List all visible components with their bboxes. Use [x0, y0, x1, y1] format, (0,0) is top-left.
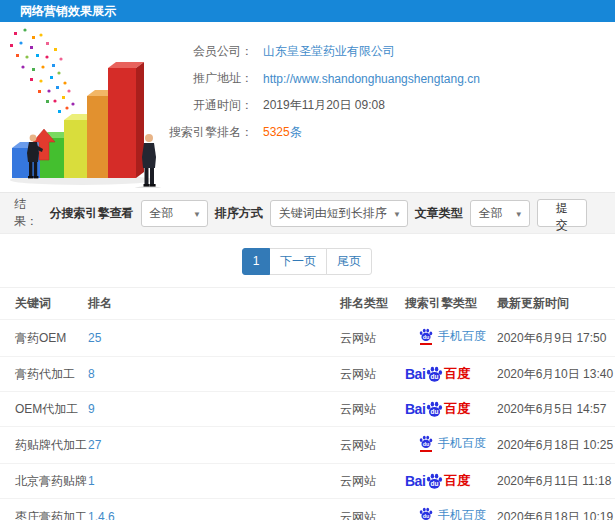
baidu-paw-icon: du: [426, 366, 443, 383]
col-rank-type: 排名类型: [340, 288, 405, 320]
engine-cell: Baidu百度: [405, 357, 497, 392]
keyword-cell: OEM代加工: [0, 392, 88, 427]
table-row: 膏药OEM25云网站du手机百度2020年6月9日 17:50: [0, 320, 615, 357]
info-section: 会员公司： 山东皇圣堂药业有限公司 推广地址： http://www.shand…: [0, 22, 615, 192]
company-link[interactable]: 山东皇圣堂药业有限公司: [263, 43, 395, 60]
rank-link[interactable]: 1: [88, 474, 95, 488]
engine-cell: Baidu百度: [405, 464, 497, 499]
baidu-logo-cn: 百度: [444, 472, 470, 490]
mobile-baidu-label: 手机百度: [438, 435, 486, 452]
svg-text:du: du: [431, 408, 439, 415]
rank-link[interactable]: 8: [88, 367, 95, 381]
results-table-body: 膏药OEM25云网站du手机百度2020年6月9日 17:50膏药代加工8云网站…: [0, 320, 615, 520]
rank-unit: 条: [290, 125, 302, 139]
mobile-baidu-underline: [420, 343, 432, 345]
keyword-cell: 膏药OEM: [0, 320, 88, 357]
page-next[interactable]: 下一页: [269, 248, 327, 275]
engine-cell: du手机百度: [405, 320, 497, 357]
promo-url-link[interactable]: http://www.shandonghuangshengtang.cn: [263, 72, 480, 86]
engine-filter-value: 全部: [150, 205, 174, 222]
pagination: 1 下一页 尾页: [0, 248, 615, 275]
updated-cell: 2020年6月11日 11:18: [497, 464, 615, 499]
chevron-down-icon: ▼: [193, 210, 201, 219]
baidu-logo-cn: 百度: [444, 400, 470, 418]
rank-type-cell: 云网站: [340, 392, 405, 427]
col-updated: 最新更新时间: [497, 288, 615, 320]
engine-filter-select[interactable]: 全部 ▼: [141, 200, 208, 227]
engine-cell: du手机百度: [405, 427, 497, 464]
table-row: 膏药代加工8云网站Baidu百度2020年6月10日 13:40: [0, 357, 615, 392]
engine-filter-label: 分搜索引擎查看: [50, 205, 134, 222]
baidu-paw-icon: du: [419, 328, 433, 342]
mobile-baidu-logo: du手机百度: [419, 328, 486, 345]
updated-cell: 2020年6月18日 10:25: [497, 427, 615, 464]
chevron-down-icon: ▼: [515, 210, 523, 219]
rank-type-cell: 云网站: [340, 357, 405, 392]
engine-rank-value: 5325条: [263, 124, 302, 141]
rank-cell: 1,4,6: [88, 499, 340, 520]
mobile-baidu-icon: du: [419, 507, 433, 520]
baidu-paw-icon: du: [426, 401, 443, 418]
table-row: 北京膏药贴牌1云网站Baidu百度2020年6月11日 11:18: [0, 464, 615, 499]
baidu-logo: Baidu百度: [405, 400, 470, 418]
mobile-baidu-icon: du: [419, 435, 433, 452]
mobile-baidu-icon: du: [419, 328, 433, 345]
baidu-logo-bai: Bai: [405, 401, 425, 417]
svg-text:du: du: [431, 373, 439, 380]
rank-link[interactable]: 9: [88, 402, 95, 416]
page-last[interactable]: 尾页: [326, 248, 372, 275]
table-row: 药贴牌代加工27云网站du手机百度2020年6月18日 10:25: [0, 427, 615, 464]
rank-link[interactable]: 1,4,6: [88, 510, 115, 520]
rank-link[interactable]: 27: [88, 438, 101, 452]
mobile-baidu-logo: du手机百度: [419, 507, 486, 520]
article-type-label: 文章类型: [415, 205, 463, 222]
table-row: OEM代加工9云网站Baidu百度2020年6月5日 14:57: [0, 392, 615, 427]
confetti-dots: [10, 28, 75, 113]
article-type-value: 全部: [479, 205, 503, 222]
sort-value: 关键词由短到长排序: [279, 205, 387, 222]
svg-text:du: du: [431, 480, 439, 487]
svg-text:du: du: [423, 334, 430, 340]
rank-type-cell: 云网站: [340, 427, 405, 464]
bar-red: [108, 62, 144, 178]
rank-link[interactable]: 25: [88, 331, 101, 345]
sort-label: 排序方式: [215, 205, 263, 222]
table-header-row: 关键词 排名 排名类型 搜索引擎类型 最新更新时间: [0, 288, 615, 320]
open-time-value: 2019年11月20日 09:08: [263, 97, 385, 114]
baidu-logo-bai: Bai: [405, 366, 425, 382]
rank-cell: 27: [88, 427, 340, 464]
mobile-baidu-underline: [420, 450, 432, 452]
baidu-logo: Baidu百度: [405, 472, 470, 490]
rank-count: 5325: [263, 125, 290, 139]
results-table: 关键词 排名 排名类型 搜索引擎类型 最新更新时间 膏药OEM25云网站du手机…: [0, 287, 615, 520]
rank-type-cell: 云网站: [340, 464, 405, 499]
table-row: 枣庄膏药加工1,4,6云网站du手机百度2020年6月18日 10:19: [0, 499, 615, 520]
rank-type-cell: 云网站: [340, 499, 405, 520]
submit-button[interactable]: 提交: [537, 199, 587, 227]
rank-cell: 8: [88, 357, 340, 392]
baidu-paw-icon: du: [426, 473, 443, 490]
svg-text:du: du: [423, 513, 430, 519]
col-rank: 排名: [88, 288, 340, 320]
keyword-cell: 枣庄膏药加工: [0, 499, 88, 520]
engine-cell: Baidu百度: [405, 392, 497, 427]
result-label: 结果：: [14, 196, 50, 230]
baidu-paw-icon: du: [419, 507, 433, 520]
chevron-down-icon: ▼: [393, 210, 401, 219]
sort-select[interactable]: 关键词由短到长排序 ▼: [270, 200, 408, 227]
article-type-select[interactable]: 全部 ▼: [470, 200, 530, 227]
updated-cell: 2020年6月9日 17:50: [497, 320, 615, 357]
updated-cell: 2020年6月10日 13:40: [497, 357, 615, 392]
rank-type-cell: 云网站: [340, 320, 405, 357]
page-current[interactable]: 1: [242, 248, 270, 275]
baidu-logo: Baidu百度: [405, 365, 470, 383]
growth-chart-illustration: [2, 26, 187, 188]
rank-cell: 1: [88, 464, 340, 499]
rank-cell: 25: [88, 320, 340, 357]
baidu-paw-icon: du: [419, 435, 433, 449]
baidu-logo-bai: Bai: [405, 473, 425, 489]
svg-text:du: du: [423, 441, 430, 447]
col-keyword: 关键词: [0, 288, 88, 320]
baidu-logo-cn: 百度: [444, 365, 470, 383]
keyword-cell: 膏药代加工: [0, 357, 88, 392]
